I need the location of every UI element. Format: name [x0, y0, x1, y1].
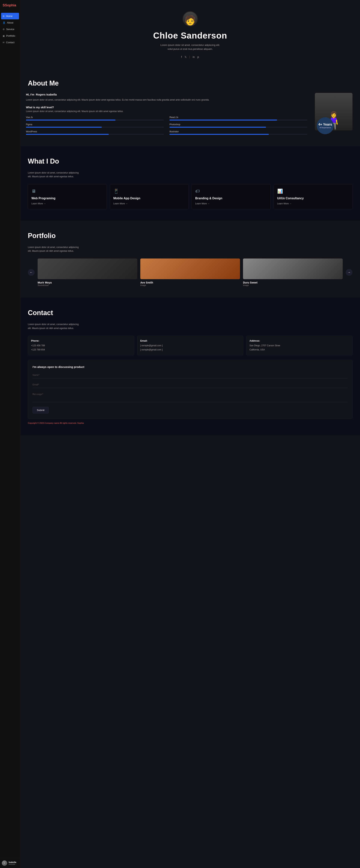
service-title: Ui/Ux Consultancy: [277, 196, 349, 200]
learn-more-link[interactable]: Learn More →: [113, 202, 185, 205]
whatido-desc: Lorem ipsum dolor sit amet, consectetur …: [26, 171, 82, 179]
experience-badge: 4+ Years Of Experiance: [317, 117, 334, 134]
service-icon: 📊: [277, 189, 349, 194]
home-icon: ⊞: [3, 15, 4, 18]
carousel-prev-button[interactable]: ←: [28, 269, 35, 276]
skill-item: Vue.Js: [26, 116, 164, 121]
about-inner: Hi, I'm Rogers Isabella Lorem ipsum dolo…: [26, 93, 353, 135]
contact-info-card: Email: [ exmple@gmail.com ][ exmple@gmai…: [137, 336, 243, 355]
contact-form: I'm always open to discussing product Su…: [28, 360, 353, 419]
service-icon: ⚙: [3, 28, 5, 31]
about-bio: Lorem ipsum dolor sit amet, consectetur …: [26, 98, 307, 102]
contact-info-label: Phone:: [31, 339, 131, 342]
portfolio-type: Image: [140, 284, 240, 286]
main-content: 🧑 Chloe Sanderson Lorem ipsum dolor sit …: [20, 0, 360, 868]
contact-icon: ✉: [3, 41, 4, 44]
contact-info-value: San Diego, 2707 Carson StreeCalifornia, …: [249, 344, 349, 352]
portfolio-name: Murir Moya: [38, 281, 137, 284]
sidebar-item-contact[interactable]: ✉ Contact: [0, 39, 20, 46]
portfolio-item: Duru Sweet Image: [243, 258, 343, 286]
learn-more-link[interactable]: Learn More →: [195, 202, 267, 205]
sidebar-item-about[interactable]: 👤 About: [0, 19, 20, 26]
contact-info-label: Email:: [140, 339, 240, 342]
contact-title: Contact: [26, 309, 354, 317]
social-facebook-icon[interactable]: f: [181, 56, 182, 59]
user-name: Isabella: [9, 861, 18, 863]
service-card[interactable]: 🏷 Branding & Design Learn More →: [192, 184, 271, 209]
service-card[interactable]: 🖥 Web Programing Learn More →: [28, 184, 107, 209]
social-twitter-icon[interactable]: 𝕏: [184, 56, 187, 59]
sidebar-item-home[interactable]: ⊞ Home: [1, 13, 19, 19]
contact-info-card: Phone: +123 456 789+123 789 654: [28, 336, 134, 355]
portfolio-item: Ave Smith Image: [140, 258, 240, 286]
submit-button[interactable]: Submit: [33, 407, 49, 413]
service-icon: 🏷: [195, 189, 267, 194]
portfolio-items: Murir Moya Soundcloud Ave Smith Image Du…: [38, 258, 343, 286]
hero-description: Lorem ipsum dolor sit amet, consectetur …: [160, 43, 220, 51]
hero-socials: f 𝕏 | in 𝕡: [181, 55, 199, 59]
about-greeting: Hi, I'm Rogers Isabella: [26, 93, 307, 96]
about-content: Hi, I'm Rogers Isabella Lorem ipsum dolo…: [26, 93, 307, 135]
learn-more-link[interactable]: Learn More →: [31, 202, 103, 205]
name-input[interactable]: [33, 372, 348, 378]
portfolio-image: [243, 258, 343, 279]
about-section: About Me Hi, I'm Rogers Isabella Lorem i…: [20, 68, 360, 146]
learn-more-link[interactable]: Learn More →: [277, 202, 349, 205]
contact-info-card: Address: San Diego, 2707 Carson StreeCal…: [246, 336, 353, 355]
portfolio-desc: Lorem ipsum dolor sit amet, consectetur …: [26, 245, 82, 253]
portfolio-icon: ▣: [3, 35, 5, 37]
contact-section: Contact Lorem ipsum dolor sit amet, cons…: [20, 298, 360, 435]
service-title: Mobile App Design: [113, 196, 185, 200]
contact-info-value: [ exmple@gmail.com ][ exmple@gmail.com ]: [140, 344, 240, 352]
whatido-section: What I Do Lorem ipsum dolor sit amet, co…: [20, 146, 360, 220]
service-card[interactable]: 📊 Ui/Ux Consultancy Learn More →: [274, 184, 353, 209]
portfolio-name: Duru Sweet: [243, 281, 343, 284]
contact-info-label: Address:: [249, 339, 349, 342]
skill-item: WordPress: [26, 130, 164, 135]
service-title: Branding & Design: [195, 196, 267, 200]
portfolio-image: [38, 258, 137, 279]
about-title: About Me: [26, 79, 353, 87]
avatar: I: [2, 861, 7, 866]
sidebar: SSophia ⊞ Home 👤 About ⚙ Service ▣ Portf…: [0, 0, 20, 868]
sidebar-user: I Isabella example@gmail.com: [0, 858, 20, 868]
carousel-next-button[interactable]: →: [346, 269, 353, 276]
about-person-name: Rogers Isabella: [36, 93, 57, 96]
sidebar-item-service[interactable]: ⚙ Service: [0, 26, 20, 33]
email-input[interactable]: [33, 381, 348, 388]
portfolio-name: Ave Smith: [140, 281, 240, 284]
whatido-title: What I Do: [26, 157, 354, 165]
logo: SSophia: [0, 0, 20, 11]
hero-section: 🧑 Chloe Sanderson Lorem ipsum dolor sit …: [20, 0, 360, 68]
user-email: example@gmail.com: [9, 863, 18, 865]
message-input[interactable]: [33, 391, 348, 402]
hero-name: Chloe Sanderson: [153, 30, 227, 41]
portfolio-title: Portfolio: [26, 232, 354, 240]
about-image-wrap: 🧍‍♀️ 4+ Years Of Experiance: [315, 93, 353, 130]
footer-link[interactable]: Sophia: [77, 422, 84, 424]
sidebar-item-portfolio[interactable]: ▣ Portfolio: [0, 33, 20, 39]
social-pinterest-icon[interactable]: 𝕡: [197, 56, 199, 59]
social-linkedin-icon[interactable]: in: [192, 56, 195, 59]
service-icon: 📱: [113, 189, 185, 194]
services-grid: 🖥 Web Programing Learn More → 📱 Mobile A…: [26, 184, 354, 209]
skill-item: Figma: [26, 123, 164, 128]
hero-avatar: 🧑: [183, 11, 198, 26]
portfolio-image: [140, 258, 240, 279]
portfolio-section: Portfolio Lorem ipsum dolor sit amet, co…: [20, 220, 360, 298]
skill-section-desc: Lorem ipsum dolor sit amet, consectetur …: [26, 110, 307, 113]
portfolio-type: Soundcloud: [38, 284, 137, 286]
portfolio-item: Murir Moya Soundcloud: [38, 258, 137, 286]
service-icon: 🖥: [31, 189, 103, 194]
social-divider: |: [189, 55, 190, 59]
service-card[interactable]: 📱 Mobile App Design Learn More →: [110, 184, 189, 209]
skill-item: Photoshop: [170, 123, 307, 128]
footer-copyright: Copyright © 2023.Company name All rights…: [26, 422, 354, 424]
contact-desc: Lorem ipsum dolor sit amet, consectetur …: [26, 322, 82, 330]
logo-accent: S: [3, 3, 5, 7]
service-title: Web Programing: [31, 196, 103, 200]
portfolio-type: Image: [243, 284, 343, 286]
portfolio-carousel: ← Murir Moya Soundcloud Ave Smith Image …: [26, 258, 354, 286]
sidebar-nav: ⊞ Home 👤 About ⚙ Service ▣ Portfolio ✉ C…: [0, 11, 20, 858]
form-title: I'm always open to discussing product: [33, 365, 348, 369]
